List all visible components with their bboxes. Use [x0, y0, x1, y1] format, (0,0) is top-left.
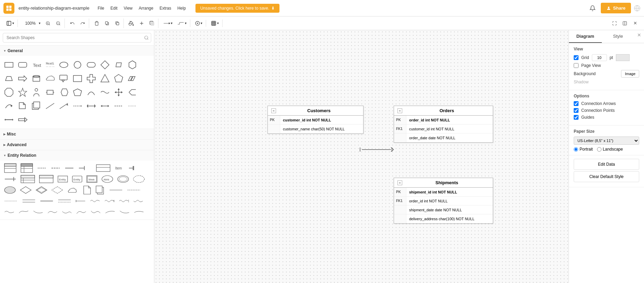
er-wave4[interactable]	[132, 196, 145, 206]
menu-file[interactable]: File	[95, 4, 107, 12]
shape-trapezoid[interactable]	[3, 72, 15, 85]
unsaved-changes-button[interactable]: Unsaved changes. Click here to save. ⬇	[195, 4, 279, 13]
connection-arrows-checkbox[interactable]	[574, 101, 579, 106]
canvas[interactable]: − Customers PK customer_id int NOT NULL …	[154, 30, 569, 283]
er-shape-line[interactable]	[63, 163, 75, 173]
zoom-in-btn[interactable]	[43, 19, 53, 28]
er-shape-attrib1[interactable]: Attrib	[100, 174, 115, 184]
to-front-btn[interactable]	[102, 19, 112, 28]
page-view-checkbox[interactable]	[574, 63, 579, 68]
shape-connector[interactable]	[126, 86, 139, 98]
er-shape-dash1[interactable]	[36, 163, 48, 173]
app-logo[interactable]	[3, 3, 14, 14]
er-shape-table3[interactable]	[95, 163, 112, 173]
er-shape-attrib3[interactable]	[132, 174, 146, 184]
shape-arrow-right[interactable]	[16, 72, 29, 85]
er-wave1[interactable]	[88, 196, 102, 206]
tab-diagram[interactable]: Diagram	[569, 30, 602, 43]
shape-arrows[interactable]	[112, 86, 125, 98]
er-shape-rel2[interactable]	[34, 185, 49, 195]
insert-btn[interactable]: ▾	[193, 20, 204, 27]
er-curve1[interactable]	[75, 207, 88, 217]
er-line1[interactable]	[108, 185, 124, 195]
shape-docs[interactable]	[30, 100, 43, 112]
er-line4[interactable]	[21, 196, 37, 206]
er-wave3[interactable]	[117, 196, 130, 206]
shape-diamond[interactable]	[99, 59, 111, 71]
landscape-radio[interactable]	[597, 147, 601, 152]
er-wave2[interactable]	[103, 196, 116, 206]
shape-wave[interactable]	[99, 86, 111, 98]
customers-collapse-btn[interactable]: −	[271, 108, 276, 113]
er-shape-page[interactable]	[82, 185, 93, 195]
er-shape-table4[interactable]	[19, 174, 36, 184]
er-shape-label2[interactable]: Entity	[71, 174, 84, 184]
shadow-btn[interactable]	[147, 19, 157, 28]
er-shape-table2[interactable]	[19, 163, 34, 173]
advanced-section-header[interactable]: ▶ Advanced	[0, 140, 154, 150]
er-line5[interactable]	[38, 196, 55, 206]
clear-default-style-btn[interactable]: Clear Default Style	[574, 171, 639, 182]
shipments-collapse-btn[interactable]: −	[397, 180, 402, 185]
er-wave6[interactable]	[17, 207, 30, 217]
zoom-out-btn[interactable]	[53, 19, 63, 28]
menu-help[interactable]: Help	[175, 4, 189, 12]
er-shape-label1[interactable]: Entity	[56, 174, 69, 184]
shape-note[interactable]: Headi— — —	[44, 59, 56, 71]
shape-text[interactable]: Text	[30, 59, 43, 71]
tab-style[interactable]: Style	[602, 30, 635, 43]
shape-line5[interactable]	[99, 100, 111, 112]
er-shape-connector3[interactable]	[3, 174, 18, 184]
shape-line3[interactable]	[71, 100, 84, 112]
er-shape-connector2[interactable]	[127, 163, 142, 173]
guides-checkbox[interactable]	[574, 115, 579, 120]
er-line6[interactable]	[56, 196, 73, 206]
shape-cross[interactable]	[85, 72, 97, 85]
shape-double-arr[interactable]	[3, 114, 15, 126]
landscape-label[interactable]: Landscape	[597, 147, 623, 152]
edit-data-btn[interactable]: Edit Data	[574, 159, 639, 170]
delete-btn[interactable]	[92, 19, 102, 28]
shape-star[interactable]	[16, 86, 29, 98]
shape-curved-arrow[interactable]	[3, 100, 15, 112]
split-view-btn[interactable]	[620, 19, 630, 28]
er-shape-attrib4[interactable]	[3, 185, 17, 195]
search-input[interactable]	[3, 33, 151, 43]
shape-cylinder[interactable]	[30, 72, 43, 85]
shape-step[interactable]	[126, 72, 139, 85]
shape-arc[interactable]	[85, 86, 97, 98]
er-curve3[interactable]	[104, 207, 117, 217]
er-shape-attrib2[interactable]	[116, 174, 130, 184]
menu-extras[interactable]: Extras	[157, 4, 174, 12]
er-shape-weak[interactable]: Weak	[85, 174, 99, 184]
shape-person[interactable]	[30, 86, 43, 98]
er-shape-table5[interactable]	[38, 174, 55, 184]
shape-process[interactable]	[44, 86, 56, 98]
shape-rounded[interactable]	[85, 59, 97, 71]
shape-shape1[interactable]	[58, 86, 70, 98]
misc-section-header[interactable]: ▶ Misc	[0, 129, 154, 139]
sidebar-toggle-btn[interactable]: ▾	[4, 20, 16, 27]
grid-checkbox[interactable]	[574, 55, 579, 60]
redo-btn[interactable]	[78, 19, 87, 28]
er-line3[interactable]	[3, 196, 19, 206]
shape-cloud[interactable]	[44, 72, 56, 85]
shape-thick-arr[interactable]	[16, 114, 29, 126]
table-btn[interactable]: ▾	[209, 20, 221, 27]
shape-line1[interactable]	[44, 100, 56, 112]
shape-doc[interactable]	[16, 100, 29, 112]
menu-edit[interactable]: Edit	[108, 4, 120, 12]
paper-size-select[interactable]: US-Letter (8,5" x 11")A4A3	[574, 137, 639, 145]
shape-dashed[interactable]	[112, 100, 125, 112]
share-button[interactable]: Share	[601, 3, 631, 13]
er-shape-cloud2[interactable]	[66, 185, 80, 195]
shape-hexagon[interactable]	[126, 59, 139, 71]
waypoints-btn[interactable]: ▾	[175, 20, 189, 27]
shape-callout[interactable]	[58, 72, 70, 85]
shape-ellipse[interactable]	[58, 59, 70, 71]
connection-style-btn[interactable]: ▾	[161, 20, 175, 27]
er-shape-table[interactable]	[3, 163, 18, 173]
er-shape-pages[interactable]	[94, 185, 106, 195]
er-shape-item[interactable]: Item	[113, 163, 126, 173]
er-curve5[interactable]	[132, 207, 145, 217]
